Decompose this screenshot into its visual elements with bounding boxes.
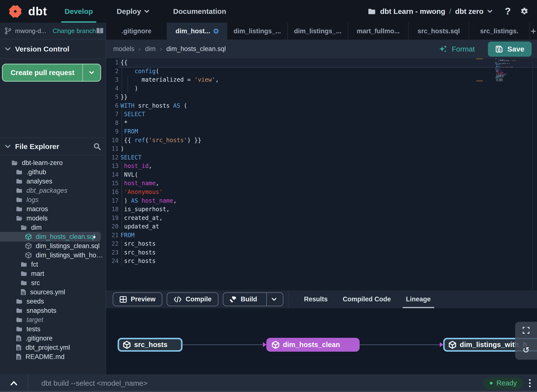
tree-item-label: README.md	[26, 353, 65, 361]
project-chevron-icon[interactable]	[487, 10, 492, 13]
nav-item-documentation[interactable]: Documentation	[173, 0, 226, 23]
tree-item-target[interactable]: target	[0, 315, 106, 324]
build-button[interactable]: Build	[223, 292, 284, 306]
code-line: 14 NVL(	[106, 171, 537, 179]
editor-tab-dim-host-[interactable]: dim_host...	[167, 23, 227, 40]
settings-gear-icon[interactable]	[520, 7, 529, 16]
line-number: 10	[106, 136, 119, 145]
breadcrumb-item[interactable]: models	[113, 45, 134, 53]
tree-item-readme-md[interactable]: README.md	[0, 352, 106, 361]
tree-item-logs[interactable]: logs	[0, 195, 106, 204]
tree-item-dbt-packages[interactable]: dbt_packages	[0, 186, 106, 195]
code-line-text: host_name,	[119, 179, 537, 188]
editor-tab-src-listings-[interactable]: src_listings.	[469, 23, 530, 40]
tree-item-label: seeds	[26, 298, 44, 305]
pull-request-dropdown-chevron[interactable]	[82, 64, 100, 81]
tree-item-sources-yml[interactable]: sources.yml	[0, 287, 106, 297]
tree-item-mart[interactable]: mart	[0, 269, 106, 278]
file-explorer-header[interactable]: File Explorer	[0, 138, 106, 155]
new-tab-button[interactable]: +	[530, 23, 537, 40]
line-number: 15	[106, 179, 119, 188]
code-line: 8 *	[106, 119, 537, 128]
line-number: 14	[106, 171, 119, 179]
change-branch-link[interactable]: Change branch	[53, 27, 96, 35]
format-button[interactable]: Format	[439, 44, 475, 54]
lineage-node-src_hosts[interactable]: src_hosts	[118, 338, 182, 352]
chevron-down-icon	[144, 10, 149, 13]
docs-book-icon[interactable]	[96, 27, 104, 35]
editor-tab-dim-listings-[interactable]: dim_listings_...	[288, 23, 348, 40]
lineage-node-dim_hosts_clean[interactable]: dim_hosts_clean	[266, 338, 360, 352]
editor-tab-src-hosts-sql[interactable]: src_hosts.sql	[409, 23, 469, 40]
code-line-text: )	[119, 84, 537, 93]
code-line-text: config(	[119, 67, 537, 76]
code-line: 16 'Anonymous'	[106, 188, 537, 197]
account-name[interactable]: dbt Learn - mwong	[380, 7, 445, 16]
breadcrumb-item[interactable]: dim_hosts_clean.sql	[166, 45, 226, 53]
editor-tab-mart-fullmo-[interactable]: mart_fullmo...	[348, 23, 409, 40]
breadcrumb: models›dim›dim_hosts_clean.sql	[113, 45, 226, 53]
help-icon[interactable]: ?	[505, 6, 511, 17]
create-pull-request-button[interactable]: Create pull request	[2, 64, 101, 82]
tree-item-label: target	[26, 316, 43, 324]
tree-item-fct[interactable]: fct	[0, 260, 106, 269]
panel-tab-results[interactable]: Results	[304, 290, 328, 308]
tree-item--github[interactable]: .github	[0, 167, 106, 177]
panel-tab-compiled-code[interactable]: Compiled Code	[343, 290, 391, 308]
tree-item-src[interactable]: src	[0, 278, 106, 287]
code-line-text: src_hosts	[119, 248, 537, 257]
code-editor[interactable]: 1{{2 config(3 materialized = 'view',4 )5…	[106, 58, 537, 290]
code-line: 13 host_id,	[106, 162, 537, 171]
folder-icon	[16, 178, 23, 185]
tree-item-label: tests	[26, 325, 40, 333]
reset-view-icon[interactable]: ↺	[523, 345, 530, 355]
file-icon	[16, 335, 22, 342]
editor-tab--gitignore[interactable]: .gitignore	[106, 23, 167, 40]
command-bar-toggle[interactable]	[0, 374, 28, 392]
compile-button[interactable]: Compile	[167, 292, 218, 306]
search-icon[interactable]	[94, 143, 101, 150]
folder-icon	[16, 316, 23, 323]
save-button[interactable]: Save	[488, 42, 532, 57]
build-dropdown-chevron[interactable]	[266, 293, 277, 306]
tree-item-tests[interactable]: tests	[0, 324, 106, 334]
nav-item-develop[interactable]: Develop	[65, 0, 93, 23]
tree-item-label: .github	[26, 168, 46, 176]
tree-item-dbt-learn-zero[interactable]: dbt-learn-zero	[0, 158, 106, 167]
editor-tab-dim-listings-[interactable]: dim_listings_...	[227, 23, 288, 40]
tree-item-snapshots[interactable]: snapshots	[0, 306, 106, 315]
model-cube-icon	[272, 341, 279, 349]
line-number: 3	[106, 76, 119, 84]
fullscreen-icon[interactable]	[522, 327, 530, 334]
folder-icon	[20, 261, 27, 268]
code-line-text: ) AS host_name,	[119, 197, 537, 205]
panel-tab-lineage[interactable]: Lineage	[406, 290, 431, 308]
folder-icon	[16, 196, 23, 203]
nav-item-deploy[interactable]: Deploy	[117, 0, 149, 23]
project-name[interactable]: dbt zero	[455, 7, 484, 16]
editor-minimap[interactable]: {{ config( materialized = 'view', )}}WIT…	[495, 58, 532, 81]
ready-dot	[490, 382, 493, 384]
tree-item-macros[interactable]: macros	[0, 204, 106, 214]
tree-item-models[interactable]: models	[0, 214, 106, 223]
preview-button[interactable]: Preview	[113, 292, 162, 306]
code-line: 5}}	[106, 93, 537, 102]
tree-item-dim-listings-with-hosts-[interactable]: dim_listings_with_hosts...	[0, 251, 106, 260]
kebab-menu-icon[interactable]	[529, 379, 531, 387]
tree-item--gitignore[interactable]: .gitignore	[0, 334, 106, 343]
version-control-header[interactable]: Version Control	[0, 40, 106, 59]
tree-item-dim-listings-clean-sql[interactable]: dim_listings_clean.sql	[0, 241, 106, 251]
tree-item-dim-hosts-clean-sql[interactable]: dim_hosts_clean.sql	[0, 232, 106, 241]
editor-right-border	[532, 58, 533, 290]
tree-item-dbt-project-yml[interactable]: dbt_project.yml	[0, 343, 106, 352]
folder-icon	[20, 270, 27, 277]
tree-item-analyses[interactable]: analyses	[0, 177, 106, 186]
save-label: Save	[507, 45, 524, 53]
code-line-text: )	[119, 145, 537, 153]
node-label: src_hosts	[134, 341, 167, 349]
tree-item-seeds[interactable]: seeds	[0, 297, 106, 306]
tree-item-dim[interactable]: dim	[0, 223, 106, 232]
breadcrumb-item[interactable]: dim	[145, 45, 156, 53]
dbt-logo[interactable]: dbt	[6, 2, 47, 20]
command-input[interactable]: dbt build --select <model_name>	[41, 379, 147, 387]
